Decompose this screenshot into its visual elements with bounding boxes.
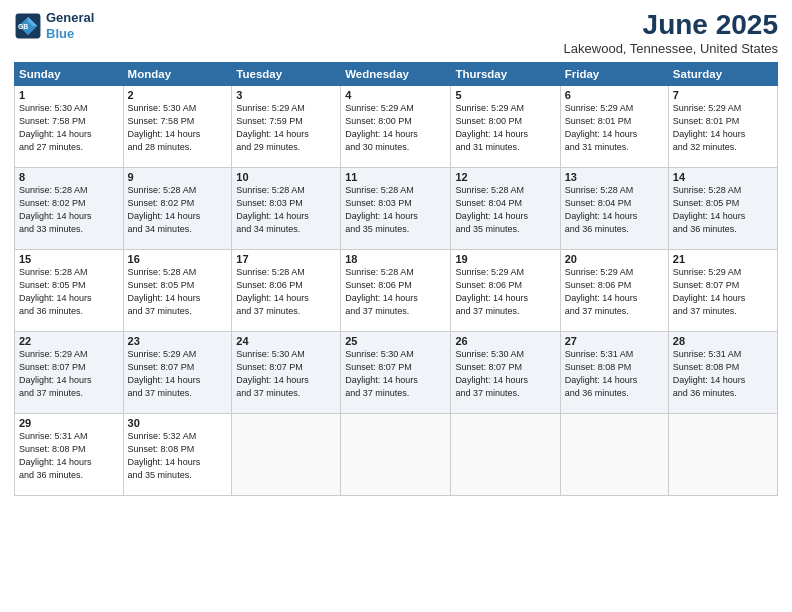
day-info: Sunrise: 5:28 AMSunset: 8:05 PMDaylight:… bbox=[128, 266, 228, 318]
sunrise-text: Sunrise: 5:29 AM bbox=[565, 267, 634, 277]
sunset-text: Sunset: 8:07 PM bbox=[673, 280, 740, 290]
calendar-cell: 13Sunrise: 5:28 AMSunset: 8:04 PMDayligh… bbox=[560, 167, 668, 249]
sunrise-text: Sunrise: 5:28 AM bbox=[345, 267, 414, 277]
daylight-label: Daylight: 14 hours bbox=[19, 375, 92, 385]
day-info: Sunrise: 5:30 AMSunset: 7:58 PMDaylight:… bbox=[128, 102, 228, 154]
day-info: Sunrise: 5:30 AMSunset: 8:07 PMDaylight:… bbox=[455, 348, 555, 400]
day-info: Sunrise: 5:29 AMSunset: 8:01 PMDaylight:… bbox=[673, 102, 773, 154]
daylight-label: Daylight: 14 hours bbox=[128, 129, 201, 139]
calendar-cell: 9Sunrise: 5:28 AMSunset: 8:02 PMDaylight… bbox=[123, 167, 232, 249]
calendar-cell: 3Sunrise: 5:29 AMSunset: 7:59 PMDaylight… bbox=[232, 85, 341, 167]
daylight-label: Daylight: 14 hours bbox=[128, 457, 201, 467]
day-number: 21 bbox=[673, 253, 773, 265]
calendar-cell: 18Sunrise: 5:28 AMSunset: 8:06 PMDayligh… bbox=[341, 249, 451, 331]
day-info: Sunrise: 5:29 AMSunset: 8:00 PMDaylight:… bbox=[455, 102, 555, 154]
sunrise-text: Sunrise: 5:29 AM bbox=[128, 349, 197, 359]
logo-icon: GB bbox=[14, 12, 42, 40]
daylight-minutes: and 32 minutes. bbox=[673, 142, 737, 152]
calendar-cell: 21Sunrise: 5:29 AMSunset: 8:07 PMDayligh… bbox=[668, 249, 777, 331]
sunrise-text: Sunrise: 5:30 AM bbox=[19, 103, 88, 113]
sunset-text: Sunset: 8:05 PM bbox=[19, 280, 86, 290]
day-info: Sunrise: 5:28 AMSunset: 8:04 PMDaylight:… bbox=[455, 184, 555, 236]
daylight-label: Daylight: 14 hours bbox=[128, 211, 201, 221]
calendar-body: 1Sunrise: 5:30 AMSunset: 7:58 PMDaylight… bbox=[15, 85, 778, 495]
sunset-text: Sunset: 8:02 PM bbox=[128, 198, 195, 208]
sunrise-text: Sunrise: 5:28 AM bbox=[673, 185, 742, 195]
calendar-cell: 23Sunrise: 5:29 AMSunset: 8:07 PMDayligh… bbox=[123, 331, 232, 413]
sunset-text: Sunset: 8:05 PM bbox=[673, 198, 740, 208]
day-number: 12 bbox=[455, 171, 555, 183]
calendar-cell: 4Sunrise: 5:29 AMSunset: 8:00 PMDaylight… bbox=[341, 85, 451, 167]
header-cell-tuesday: Tuesday bbox=[232, 62, 341, 85]
day-number: 1 bbox=[19, 89, 119, 101]
day-number: 11 bbox=[345, 171, 446, 183]
calendar-cell: 16Sunrise: 5:28 AMSunset: 8:05 PMDayligh… bbox=[123, 249, 232, 331]
sunrise-text: Sunrise: 5:29 AM bbox=[345, 103, 414, 113]
daylight-label: Daylight: 14 hours bbox=[455, 375, 528, 385]
daylight-minutes: and 36 minutes. bbox=[19, 306, 83, 316]
day-info: Sunrise: 5:29 AMSunset: 8:06 PMDaylight:… bbox=[565, 266, 664, 318]
day-info: Sunrise: 5:28 AMSunset: 8:02 PMDaylight:… bbox=[128, 184, 228, 236]
day-number: 26 bbox=[455, 335, 555, 347]
day-number: 9 bbox=[128, 171, 228, 183]
daylight-minutes: and 27 minutes. bbox=[19, 142, 83, 152]
daylight-label: Daylight: 14 hours bbox=[236, 211, 309, 221]
daylight-label: Daylight: 14 hours bbox=[236, 375, 309, 385]
day-number: 30 bbox=[128, 417, 228, 429]
daylight-label: Daylight: 14 hours bbox=[455, 211, 528, 221]
sunset-text: Sunset: 7:58 PM bbox=[128, 116, 195, 126]
day-number: 6 bbox=[565, 89, 664, 101]
sunset-text: Sunset: 8:06 PM bbox=[236, 280, 303, 290]
calendar-week-row: 29Sunrise: 5:31 AMSunset: 8:08 PMDayligh… bbox=[15, 413, 778, 495]
sunrise-text: Sunrise: 5:30 AM bbox=[236, 349, 305, 359]
day-number: 20 bbox=[565, 253, 664, 265]
calendar-cell bbox=[451, 413, 560, 495]
sunset-text: Sunset: 7:59 PM bbox=[236, 116, 303, 126]
daylight-minutes: and 37 minutes. bbox=[236, 306, 300, 316]
sunrise-text: Sunrise: 5:29 AM bbox=[673, 103, 742, 113]
calendar-cell bbox=[668, 413, 777, 495]
day-info: Sunrise: 5:28 AMSunset: 8:06 PMDaylight:… bbox=[345, 266, 446, 318]
calendar-week-row: 15Sunrise: 5:28 AMSunset: 8:05 PMDayligh… bbox=[15, 249, 778, 331]
day-number: 5 bbox=[455, 89, 555, 101]
calendar-cell: 22Sunrise: 5:29 AMSunset: 8:07 PMDayligh… bbox=[15, 331, 124, 413]
daylight-minutes: and 37 minutes. bbox=[455, 306, 519, 316]
daylight-label: Daylight: 14 hours bbox=[345, 293, 418, 303]
daylight-minutes: and 36 minutes. bbox=[565, 224, 629, 234]
daylight-label: Daylight: 14 hours bbox=[19, 211, 92, 221]
sunset-text: Sunset: 8:00 PM bbox=[455, 116, 522, 126]
day-number: 15 bbox=[19, 253, 119, 265]
sunrise-text: Sunrise: 5:32 AM bbox=[128, 431, 197, 441]
day-info: Sunrise: 5:28 AMSunset: 8:06 PMDaylight:… bbox=[236, 266, 336, 318]
day-number: 13 bbox=[565, 171, 664, 183]
day-info: Sunrise: 5:29 AMSunset: 7:59 PMDaylight:… bbox=[236, 102, 336, 154]
header: GB General Blue June 2025 Lakewood, Tenn… bbox=[14, 10, 778, 56]
daylight-minutes: and 34 minutes. bbox=[236, 224, 300, 234]
calendar-week-row: 8Sunrise: 5:28 AMSunset: 8:02 PMDaylight… bbox=[15, 167, 778, 249]
daylight-minutes: and 36 minutes. bbox=[19, 470, 83, 480]
sunrise-text: Sunrise: 5:28 AM bbox=[128, 267, 197, 277]
header-cell-sunday: Sunday bbox=[15, 62, 124, 85]
calendar-cell bbox=[560, 413, 668, 495]
daylight-label: Daylight: 14 hours bbox=[19, 457, 92, 467]
calendar-cell: 6Sunrise: 5:29 AMSunset: 8:01 PMDaylight… bbox=[560, 85, 668, 167]
daylight-minutes: and 36 minutes. bbox=[673, 388, 737, 398]
page: GB General Blue June 2025 Lakewood, Tenn… bbox=[0, 0, 792, 612]
sunrise-text: Sunrise: 5:30 AM bbox=[455, 349, 524, 359]
location-title: Lakewood, Tennessee, United States bbox=[564, 41, 778, 56]
daylight-minutes: and 37 minutes. bbox=[19, 388, 83, 398]
sunset-text: Sunset: 8:07 PM bbox=[345, 362, 412, 372]
day-number: 25 bbox=[345, 335, 446, 347]
daylight-minutes: and 35 minutes. bbox=[128, 470, 192, 480]
day-info: Sunrise: 5:29 AMSunset: 8:00 PMDaylight:… bbox=[345, 102, 446, 154]
day-number: 18 bbox=[345, 253, 446, 265]
daylight-label: Daylight: 14 hours bbox=[128, 293, 201, 303]
header-cell-saturday: Saturday bbox=[668, 62, 777, 85]
sunrise-text: Sunrise: 5:30 AM bbox=[128, 103, 197, 113]
daylight-minutes: and 35 minutes. bbox=[455, 224, 519, 234]
calendar-cell: 24Sunrise: 5:30 AMSunset: 8:07 PMDayligh… bbox=[232, 331, 341, 413]
calendar-cell: 25Sunrise: 5:30 AMSunset: 8:07 PMDayligh… bbox=[341, 331, 451, 413]
daylight-label: Daylight: 14 hours bbox=[345, 129, 418, 139]
day-info: Sunrise: 5:29 AMSunset: 8:07 PMDaylight:… bbox=[19, 348, 119, 400]
daylight-minutes: and 29 minutes. bbox=[236, 142, 300, 152]
